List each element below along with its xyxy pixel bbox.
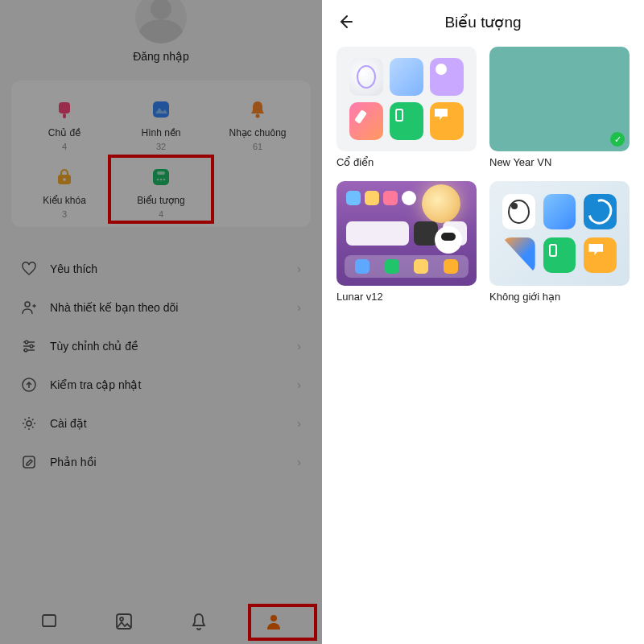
pack-thumb [336,47,477,151]
menu-designers[interactable]: Nhà thiết kế bạn theo dõi › [21,288,301,327]
avatar-block[interactable]: Đăng nhập [0,0,322,76]
pack-codon[interactable]: Cổ điển [336,47,477,168]
menu-label: Phản hồi [50,456,97,469]
menu-update[interactable]: Kiểm tra cập nhật › [21,365,301,404]
pin-icon [50,95,79,124]
grid-label: Chủ đề [48,127,80,138]
svg-point-11 [25,302,30,307]
svg-point-14 [24,349,27,352]
grid-count: 3 [62,209,67,219]
pack-lunar[interactable]: Lunar v12 [336,181,477,303]
menu-settings[interactable]: Cài đặt › [21,404,301,443]
login-label: Đăng nhập [133,50,189,63]
bell-icon [243,95,272,124]
nav-ringtone-icon[interactable] [188,610,210,633]
gear-icon [21,415,37,431]
sliders-icon [21,338,37,354]
back-button[interactable] [336,13,354,31]
wallpaper-icon [147,95,175,124]
svg-point-12 [25,341,28,344]
bottom-nav [0,599,322,644]
upload-circle-icon [21,377,37,393]
menu-label: Nhà thiết kế bạn theo dõi [50,301,178,314]
avatar-placeholder-icon [135,0,187,43]
svg-rect-2 [153,101,169,118]
grid-item-themes[interactable]: Chủ đề 4 [16,95,113,151]
icons-screen: Biểu tượng Cổ điển ✓ New Year VN [322,0,644,644]
chevron-right-icon: › [297,456,301,469]
icon-pack-grid: Cổ điển ✓ New Year VN [336,47,630,303]
menu-list: Yêu thích › Nhà thiết kế bạn theo dõi › … [0,250,322,599]
heart-icon [21,261,37,277]
header: Biểu tượng [336,0,630,43]
svg-point-13 [30,345,33,348]
grid-label: Nhạc chuông [229,127,286,138]
svg-point-3 [256,114,260,118]
svg-point-20 [120,617,123,621]
grid-count: 32 [156,142,166,151]
svg-point-16 [27,421,31,426]
grid-label: Hình nền [141,127,180,138]
grid-count: 61 [253,142,262,151]
resource-grid: Chủ đề 4 Hình nền 32 Nhạc chuông 61 [11,80,311,227]
pack-label: Cổ điển [336,156,477,168]
pack-label: Không giới hạn [489,291,630,303]
check-icon: ✓ [610,132,625,147]
pack-newyear[interactable]: ✓ New Year VN [489,47,630,168]
highlight-box [108,155,214,224]
pack-label: Lunar v12 [336,291,477,303]
grid-label: Kiểu khóa [43,195,86,206]
chevron-right-icon: › [297,301,301,314]
svg-rect-0 [59,102,70,114]
menu-feedback[interactable]: Phản hồi › [21,443,301,481]
lock-icon [50,163,79,192]
person-icon [21,299,37,316]
page-title: Biểu tượng [336,13,630,31]
grid-item-lockstyle[interactable]: Kiểu khóa 3 [16,163,113,219]
pack-label: New Year VN [489,156,630,168]
grid-count: 4 [62,142,67,151]
pack-thumb [489,181,630,286]
chevron-right-icon: › [297,417,301,430]
grid-item-wallpapers[interactable]: Hình nền 32 [113,95,209,151]
grid-item-ringtones[interactable]: Nhạc chuông 61 [209,95,306,151]
chevron-right-icon: › [297,378,301,391]
svg-point-5 [63,178,66,181]
grid-item-icons[interactable]: Biểu tượng 4 [113,163,209,219]
pack-thumb [336,181,477,286]
menu-customize[interactable]: Tùy chỉnh chủ đề › [21,327,301,365]
menu-label: Tùy chỉnh chủ đề [50,340,138,353]
menu-label: Yêu thích [50,262,97,275]
chevron-right-icon: › [297,262,301,275]
profile-screen: Đăng nhập Chủ đề 4 Hình nền 32 [0,0,322,644]
menu-favorites[interactable]: Yêu thích › [21,250,301,288]
nav-home-icon[interactable] [38,610,60,633]
menu-label: Kiểm tra cập nhật [50,378,141,391]
menu-label: Cài đặt [50,417,87,430]
chevron-right-icon: › [297,340,301,353]
svg-rect-1 [63,114,66,118]
edit-icon [21,454,37,470]
highlight-box [248,604,317,641]
svg-rect-18 [43,615,56,626]
pack-thumb: ✓ [489,47,630,151]
nav-wallpaper-icon[interactable] [113,610,135,633]
pack-unlimited[interactable]: Không giới hạn [489,181,630,303]
